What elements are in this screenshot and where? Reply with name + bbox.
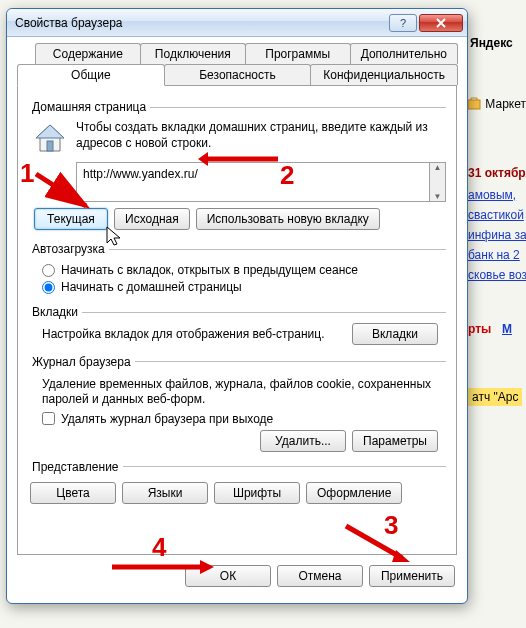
history-settings-button[interactable]: Параметры <box>352 430 438 452</box>
bg-link[interactable]: свастикой <box>468 208 524 222</box>
homepage-desc: Чтобы создать вкладки домашних страниц, … <box>76 118 446 151</box>
svg-rect-4 <box>47 141 53 151</box>
homepage-group: Домашняя страница Чтобы создать вкладки … <box>28 100 446 236</box>
tabs-desc: Настройка вкладок для отображения веб-ст… <box>42 327 344 343</box>
bg-yandex: Яндекс <box>470 36 513 50</box>
bg-market: Маркет <box>466 96 526 112</box>
homepage-url-input[interactable] <box>76 162 430 202</box>
bg-link[interactable]: сковье воз <box>468 268 526 282</box>
startup-last-session[interactable]: Начинать с вкладок, открытых в предыдуще… <box>42 263 446 277</box>
startup-group: Автозагрузка Начинать с вкладок, открыты… <box>28 242 446 299</box>
appearance-group: Представление Цвета Языки Шрифты Оформле… <box>28 460 446 510</box>
help-button[interactable]: ? <box>389 14 417 32</box>
tab-privacy[interactable]: Конфиденциальность <box>310 64 458 85</box>
scrollbar[interactable]: ▲▼ <box>430 162 446 202</box>
tabs-group: Вкладки Настройка вкладок для отображени… <box>28 305 446 349</box>
tab-panel: Домашняя страница Чтобы создать вкладки … <box>17 85 457 555</box>
tab-content[interactable]: Содержание <box>35 43 141 64</box>
window-title: Свойства браузера <box>15 16 387 30</box>
dialog-window: Свойства браузера ? Содержание Подключен… <box>6 8 468 604</box>
history-group: Журнал браузера Удаление временных файло… <box>28 355 446 454</box>
startup-legend: Автозагрузка <box>28 242 109 256</box>
house-icon <box>32 120 68 156</box>
use-newtab-button[interactable]: Использовать новую вкладку <box>196 208 380 230</box>
ok-button[interactable]: ОК <box>185 565 271 587</box>
cursor-icon <box>105 225 123 247</box>
fonts-button[interactable]: Шрифты <box>214 482 300 504</box>
use-current-button[interactable]: Текущая <box>34 208 108 230</box>
bg-text: М <box>502 322 512 336</box>
tab-row-2: Общие Безопасность Конфиденциальность <box>17 64 457 85</box>
tab-advanced[interactable]: Дополнительно <box>350 43 458 64</box>
languages-button[interactable]: Языки <box>122 482 208 504</box>
svg-text:?: ? <box>400 18 406 28</box>
history-legend: Журнал браузера <box>28 355 135 369</box>
tab-programs[interactable]: Программы <box>245 43 351 64</box>
tab-row-1: Содержание Подключения Программы Дополни… <box>17 43 457 64</box>
bg-text: рты <box>468 322 491 336</box>
bg-link[interactable]: банк на 2 <box>468 248 520 262</box>
bg-link[interactable]: амовым, <box>468 188 516 202</box>
delete-button[interactable]: Удалить... <box>260 430 346 452</box>
tab-container: Содержание Подключения Программы Дополни… <box>7 37 467 555</box>
accessibility-button[interactable]: Оформление <box>306 482 402 504</box>
delete-on-exit-checkbox[interactable] <box>42 412 55 425</box>
tabs-settings-button[interactable]: Вкладки <box>352 323 438 345</box>
tab-connections[interactable]: Подключения <box>140 43 246 64</box>
dialog-footer: ОК Отмена Применить <box>7 555 467 599</box>
apply-button[interactable]: Применить <box>369 565 455 587</box>
homepage-legend: Домашняя страница <box>28 100 150 114</box>
close-button[interactable] <box>419 14 463 32</box>
bg-tag: атч "Арс <box>468 388 522 406</box>
svg-marker-3 <box>36 125 64 138</box>
delete-on-exit[interactable]: Удалять журнал браузера при выходе <box>42 412 446 426</box>
titlebar: Свойства браузера ? <box>7 9 467 37</box>
history-desc: Удаление временных файлов, журнала, файл… <box>42 377 446 408</box>
appearance-legend: Представление <box>28 460 123 474</box>
bg-link[interactable]: инфина за <box>468 228 526 242</box>
radio-last-session[interactable] <box>42 264 55 277</box>
tabs-legend: Вкладки <box>28 305 82 319</box>
tab-security[interactable]: Безопасность <box>164 64 312 85</box>
background-page: Яндекс Маркет 31 октября амовым, свастик… <box>466 0 526 628</box>
tab-general[interactable]: Общие <box>17 64 165 86</box>
radio-homepage[interactable] <box>42 281 55 294</box>
colors-button[interactable]: Цвета <box>30 482 116 504</box>
startup-homepage[interactable]: Начинать с домашней страницы <box>42 280 446 294</box>
svg-rect-0 <box>468 100 480 109</box>
bg-date: 31 октября <box>468 166 526 180</box>
use-default-button[interactable]: Исходная <box>114 208 190 230</box>
cancel-button[interactable]: Отмена <box>277 565 363 587</box>
